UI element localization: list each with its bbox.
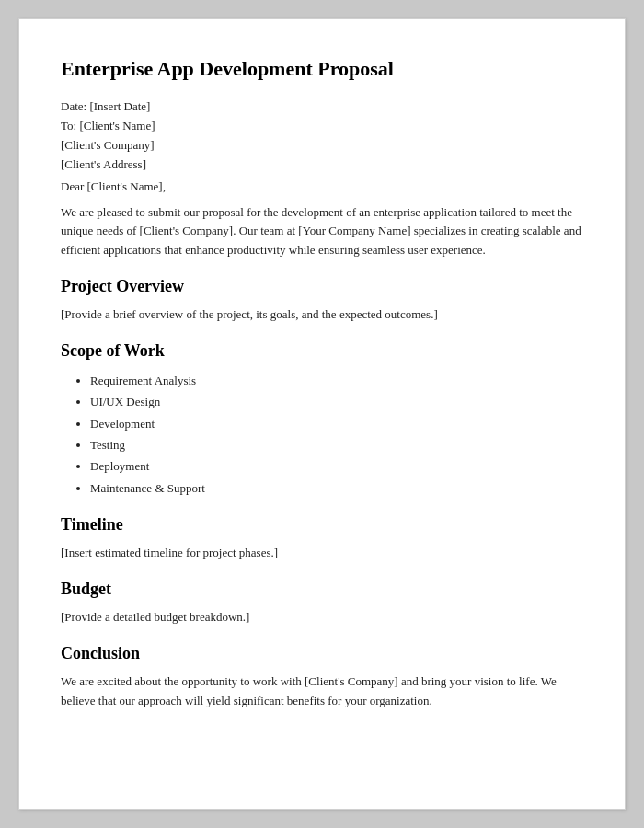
section-project-overview: Project Overview [Provide a brief overvi…	[61, 277, 583, 325]
document-title: Enterprise App Development Proposal	[61, 56, 583, 83]
intro-paragraph: We are pleased to submit our proposal fo…	[61, 203, 583, 260]
section-scope-of-work: Scope of Work Requirement Analysis UI/UX…	[61, 341, 583, 499]
list-item: Development	[90, 413, 583, 434]
document-container: Enterprise App Development Proposal Date…	[18, 18, 626, 810]
scope-list: Requirement Analysis UI/UX Design Develo…	[61, 370, 583, 499]
list-item: UI/UX Design	[90, 391, 583, 412]
salutation: Dear [Client's Name],	[61, 179, 583, 194]
list-item: Maintenance & Support	[90, 477, 583, 499]
list-item: Testing	[90, 434, 583, 455]
section-budget: Budget [Provide a detailed budget breakd…	[61, 580, 583, 627]
section-body-budget: [Provide a detailed budget breakdown.]	[61, 608, 583, 627]
section-heading-project-overview: Project Overview	[61, 277, 583, 296]
date-field: Date: [Insert Date]	[61, 99, 583, 114]
section-heading-conclusion: Conclusion	[61, 644, 583, 663]
section-body-timeline: [Insert estimated timeline for project p…	[61, 544, 583, 563]
section-heading-budget: Budget	[61, 580, 583, 599]
list-item: Deployment	[90, 455, 583, 477]
address-field: [Client's Address]	[61, 157, 583, 172]
section-timeline: Timeline [Insert estimated timeline for …	[61, 515, 583, 563]
section-heading-timeline: Timeline	[61, 515, 583, 535]
section-body-project-overview: [Provide a brief overview of the project…	[61, 305, 583, 325]
section-heading-scope-of-work: Scope of Work	[61, 341, 583, 361]
to-field: To: [Client's Name]	[61, 119, 583, 133]
section-conclusion: Conclusion We are excited about the oppo…	[61, 644, 583, 711]
section-body-conclusion: We are excited about the opportunity to …	[61, 673, 583, 711]
list-item: Requirement Analysis	[90, 370, 583, 391]
company-field: [Client's Company]	[61, 138, 583, 153]
